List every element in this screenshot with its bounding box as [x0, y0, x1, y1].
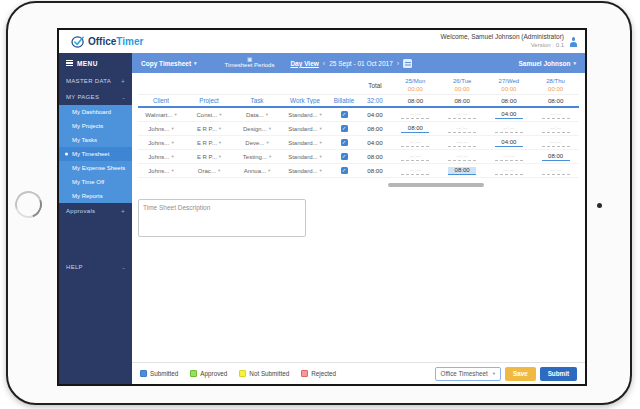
billable-checkbox[interactable]: ✓ — [341, 139, 348, 146]
sidebar-item-my-time-off[interactable]: My Time Off — [59, 175, 132, 189]
chevron-down-icon: ▾ — [218, 168, 220, 173]
work-type-dropdown[interactable]: Standard...▾ — [280, 154, 330, 160]
client-dropdown[interactable]: Johns...▾ — [138, 168, 184, 174]
sidebar-item-my-timesheet[interactable]: My Timesheet — [59, 147, 132, 161]
task-text: Data... — [246, 112, 264, 118]
time-entry-input[interactable]: --:-- — [401, 153, 429, 161]
sidebar-item-master-data[interactable]: MASTER DATA + — [59, 73, 132, 89]
time-entry-input[interactable]: 08:00 — [448, 167, 476, 175]
total-header-label: Total — [358, 82, 392, 89]
user-selector-dropdown[interactable]: Samuel Johnson ▾ — [518, 60, 576, 67]
sidebar-item-help[interactable]: HELP - — [59, 259, 132, 275]
time-entry-input[interactable]: --:-- — [448, 111, 476, 119]
legend-label: Not Submitted — [249, 370, 289, 377]
client-dropdown[interactable]: Johns...▾ — [138, 154, 184, 160]
task-dropdown[interactable]: Data...▾ — [234, 112, 280, 118]
client-dropdown[interactable]: Walmart...▾ — [138, 112, 184, 118]
copy-timesheet-dropdown[interactable]: Copy Timesheet ▾ — [141, 60, 197, 67]
time-entry-input[interactable]: --:-- — [401, 111, 429, 119]
time-entry-input[interactable]: --:-- — [495, 153, 523, 161]
time-entry-input[interactable]: 08:00 — [542, 153, 570, 161]
client-dropdown[interactable]: Johns...▾ — [138, 126, 184, 132]
day-total-value: 08:00 — [532, 97, 579, 104]
billable-checkbox[interactable]: ✓ — [341, 167, 348, 174]
sidebar-item-my-dashboard[interactable]: My Dashboard — [59, 105, 132, 119]
next-week-button[interactable]: › — [397, 60, 399, 67]
chevron-down-icon: ▾ — [194, 60, 197, 66]
time-entry-input[interactable]: 08:00 — [401, 125, 429, 133]
chevron-down-icon: ▾ — [320, 126, 322, 131]
horizontal-scrollbar[interactable] — [388, 183, 484, 187]
welcome-block: Welcome, Samuel Johnson (Administrator) … — [441, 33, 564, 49]
day-header-26/Tue: 26/Tue00:00 — [439, 78, 486, 92]
time-entry-input[interactable]: --:-- — [542, 111, 570, 119]
sidebar-item-my-pages[interactable]: MY PAGES - — [59, 89, 132, 105]
project-dropdown[interactable]: E R P...▾ — [184, 140, 234, 146]
time-entry-input[interactable]: --:-- — [448, 139, 476, 147]
work-type-dropdown[interactable]: Standard...▾ — [280, 168, 330, 174]
sidebar-item-my-reports[interactable]: My Reports — [59, 189, 132, 203]
billable-cell: ✓ — [330, 139, 358, 146]
billable-cell: ✓ — [330, 167, 358, 174]
logo-text-timer: Timer — [116, 36, 143, 47]
day-cell: --:-- — [532, 111, 579, 119]
time-entry-input[interactable]: --:-- — [542, 125, 570, 133]
day-cell: --:-- — [392, 153, 439, 161]
home-button[interactable] — [11, 187, 47, 223]
billable-checkbox[interactable]: ✓ — [341, 153, 348, 160]
menu-toggle[interactable]: MENU — [59, 53, 132, 73]
sidebar-item-approvals[interactable]: Approvals + — [59, 203, 132, 219]
project-text: E R P... — [197, 140, 217, 146]
time-entry-input[interactable]: --:-- — [495, 167, 523, 175]
row-total-value: 08:00 — [358, 153, 392, 160]
time-entry-input[interactable]: --:-- — [542, 139, 570, 147]
time-entry-input[interactable]: --:-- — [448, 153, 476, 161]
billable-checkbox[interactable]: ✓ — [341, 111, 348, 118]
task-dropdown[interactable]: Design...▾ — [234, 126, 280, 132]
project-dropdown[interactable]: E R P...▾ — [184, 126, 234, 132]
tablet-frame: OfficeTimer Welcome, Samuel Johnson (Adm… — [6, 1, 632, 405]
client-dropdown[interactable]: Johns...▾ — [138, 140, 184, 146]
project-dropdown[interactable]: Orac...▾ — [184, 168, 234, 174]
time-entry-input[interactable]: --:-- — [542, 167, 570, 175]
task-value: Testing...▾ — [243, 154, 271, 160]
work-type-dropdown[interactable]: Standard...▾ — [280, 140, 330, 146]
sidebar-item-my-tasks[interactable]: My Tasks — [59, 133, 132, 147]
camera-icon — [597, 203, 602, 208]
timesheet-description-input[interactable] — [138, 199, 306, 237]
task-dropdown[interactable]: Annua...▾ — [234, 168, 280, 174]
column-header-billable: Billable — [330, 97, 358, 104]
day-cell: --:-- — [486, 167, 533, 175]
save-button[interactable]: Save — [505, 367, 536, 381]
time-entry-input[interactable]: 04:00 — [495, 139, 523, 147]
task-dropdown[interactable]: Deve...▾ — [234, 140, 280, 146]
day-view-link[interactable]: Day View — [290, 60, 318, 67]
date-navigation: Day View ‹ 25 Sept - 01 Oct 2017 › — [290, 59, 412, 68]
calendar-icon[interactable] — [403, 59, 412, 68]
timesheet-type-select[interactable]: Office Timesheet ▾ — [435, 367, 501, 381]
logo-text-office: Office — [88, 36, 116, 47]
task-dropdown[interactable]: Testing...▾ — [234, 154, 280, 160]
timesheet-periods-button[interactable]: ▣ Timesheet Periods — [225, 57, 275, 69]
time-entry-input[interactable]: 04:00 — [495, 111, 523, 119]
chevron-down-icon: ▾ — [269, 154, 271, 159]
time-entry-input[interactable]: --:-- — [401, 139, 429, 147]
project-dropdown[interactable]: E R P...▾ — [184, 154, 234, 160]
work-type-dropdown[interactable]: Standard...▾ — [280, 112, 330, 118]
sidebar-item-my-expense-sheets[interactable]: My Expense Sheets — [59, 161, 132, 175]
work-type-dropdown[interactable]: Standard...▾ — [280, 126, 330, 132]
time-entry-input[interactable]: --:-- — [495, 125, 523, 133]
timesheet-type-label: Office Timesheet — [441, 370, 488, 377]
chevron-down-icon: ▾ — [171, 140, 173, 145]
time-entry-input[interactable]: --:-- — [401, 167, 429, 175]
submit-button[interactable]: Submit — [540, 367, 577, 381]
task-text: Testing... — [243, 154, 267, 160]
time-entry-input[interactable]: --:-- — [448, 125, 476, 133]
project-dropdown[interactable]: Const...▾ — [184, 112, 234, 118]
sidebar-item-my-projects[interactable]: My Projects — [59, 119, 132, 133]
legend-item-submitted: Submitted — [140, 370, 178, 377]
user-avatar-icon[interactable] — [568, 36, 579, 47]
prev-week-button[interactable]: ‹ — [323, 60, 325, 67]
billable-checkbox[interactable]: ✓ — [341, 125, 348, 132]
work-type-value: Standard...▾ — [288, 168, 322, 174]
